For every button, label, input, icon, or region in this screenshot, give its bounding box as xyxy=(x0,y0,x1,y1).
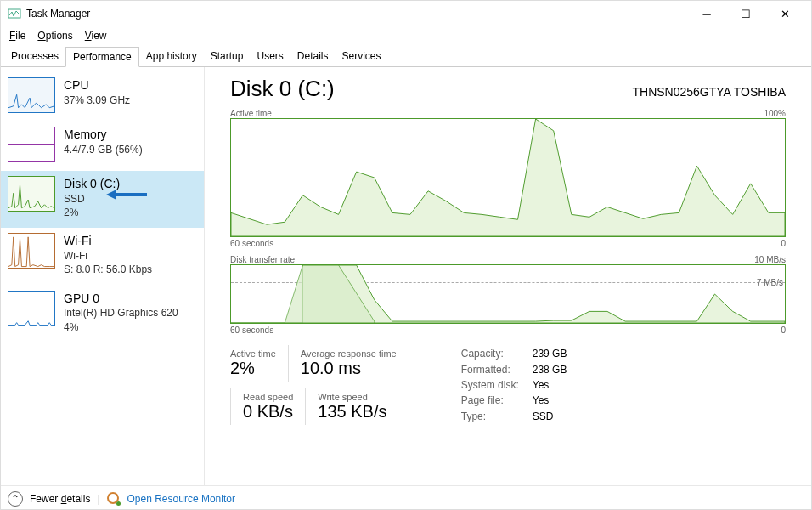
window-title: Task Manager xyxy=(26,8,687,20)
stat-active-time-label: Active time xyxy=(230,348,276,359)
footer: ⌃ Fewer details | Open Resource Monitor xyxy=(1,485,811,510)
stat-avg-response-label: Average response time xyxy=(301,348,397,359)
tab-startup[interactable]: Startup xyxy=(204,47,251,66)
page-title: Disk 0 (C:) xyxy=(230,76,335,102)
tabbar: Processes Performance App history Startu… xyxy=(1,45,811,67)
open-resource-monitor-link[interactable]: Open Resource Monitor xyxy=(127,493,235,505)
disk-thumbnail-chart xyxy=(8,176,55,212)
disk-line2: 2% xyxy=(64,206,197,219)
sidebar-item-disk0[interactable]: Disk 0 (C:) SSD 2% xyxy=(1,171,204,228)
cpu-sub: 37% 3.09 GHz xyxy=(64,94,197,107)
tab-performance[interactable]: Performance xyxy=(65,47,139,67)
wifi-thumbnail-chart xyxy=(8,233,55,269)
chart1-label-bottomleft: 60 seconds xyxy=(230,239,273,248)
chart2-label-bottomleft: 60 seconds xyxy=(230,326,273,335)
disk-line1: SSD xyxy=(64,192,197,206)
fewer-details-link[interactable]: Fewer details xyxy=(30,493,90,505)
gpu-line2: 4% xyxy=(64,320,197,334)
gpu-title: GPU 0 xyxy=(64,291,197,307)
chart1-label-topright: 100% xyxy=(764,109,786,118)
stat-active-time-value: 2% xyxy=(230,359,276,378)
disk-title: Disk 0 (C:) xyxy=(64,176,197,192)
menu-options[interactable]: Options xyxy=(32,28,77,43)
stat-write-speed-label: Write speed xyxy=(318,392,386,402)
tab-users[interactable]: Users xyxy=(250,47,290,66)
minimize-button[interactable]: ─ xyxy=(687,1,726,26)
cpu-title: CPU xyxy=(64,77,197,94)
menu-file[interactable]: File xyxy=(4,28,31,43)
chart1-label-bottomright: 0 xyxy=(781,239,786,248)
chart2-label-topleft: Disk transfer rate xyxy=(230,255,295,264)
memory-sub: 4.4/7.9 GB (56%) xyxy=(64,143,197,156)
performance-sidebar: CPU 37% 3.09 GHz Memory 4.4/7.9 GB (56%)… xyxy=(1,67,205,485)
task-manager-icon xyxy=(8,7,21,20)
wifi-title: Wi-Fi xyxy=(64,233,197,249)
sidebar-item-cpu[interactable]: CPU 37% 3.09 GHz xyxy=(1,72,204,122)
chart1-label-topleft: Active time xyxy=(230,109,272,118)
sidebar-item-memory[interactable]: Memory 4.4/7.9 GB (56%) xyxy=(1,122,204,171)
gpu-line1: Intel(R) HD Graphics 620 xyxy=(64,306,197,320)
maximize-button[interactable]: ☐ xyxy=(726,1,765,26)
memory-title: Memory xyxy=(64,127,197,143)
tab-details[interactable]: Details xyxy=(290,47,336,66)
stat-read-speed-value: 0 KB/s xyxy=(243,402,293,422)
close-button[interactable]: ✕ xyxy=(765,1,804,26)
disk-model: THNSN0256GTYA TOSHIBA xyxy=(632,85,786,99)
active-time-chart[interactable] xyxy=(230,118,786,237)
chevron-up-icon[interactable]: ⌃ xyxy=(8,491,23,507)
memory-thumbnail-chart xyxy=(8,127,55,162)
stat-read-speed-label: Read speed xyxy=(243,392,293,402)
main-panel: Disk 0 (C:) THNSN0256GTYA TOSHIBA Active… xyxy=(205,67,811,485)
cpu-thumbnail-chart xyxy=(8,77,55,113)
tab-app-history[interactable]: App history xyxy=(139,47,204,66)
wifi-line2: S: 8.0 R: 56.0 Kbps xyxy=(64,263,197,276)
gpu-thumbnail-chart xyxy=(8,291,55,326)
titlebar: Task Manager ─ ☐ ✕ xyxy=(1,1,811,26)
menubar: File Options View xyxy=(1,26,811,45)
tab-services[interactable]: Services xyxy=(336,47,388,66)
resource-monitor-icon xyxy=(107,492,121,506)
sidebar-item-gpu0[interactable]: GPU 0 Intel(R) HD Graphics 620 4% xyxy=(1,286,204,343)
wifi-line1: Wi-Fi xyxy=(64,249,197,263)
tab-processes[interactable]: Processes xyxy=(4,47,65,66)
disk-properties-table: Capacity:239 GB Formatted:238 GB System … xyxy=(460,345,581,425)
transfer-rate-chart[interactable]: 7 MB/s xyxy=(230,264,786,324)
menu-view[interactable]: View xyxy=(80,28,112,43)
stat-write-speed-value: 135 KB/s xyxy=(318,402,386,422)
chart2-label-topright: 10 MB/s xyxy=(754,255,786,264)
stat-avg-response-value: 10.0 ms xyxy=(301,359,397,378)
sidebar-item-wifi[interactable]: Wi-Fi Wi-Fi S: 8.0 R: 56.0 Kbps xyxy=(1,228,204,285)
chart2-label-bottomright: 0 xyxy=(781,326,786,335)
